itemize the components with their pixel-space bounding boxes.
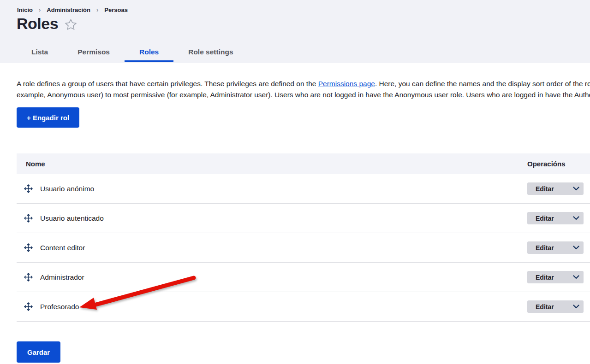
favorite-star-icon[interactable] bbox=[65, 18, 77, 31]
description-line-2: example, Anonymous user) to most permiss… bbox=[17, 89, 590, 100]
edit-dropbutton[interactable]: Editar bbox=[527, 241, 584, 254]
table-row: Profesorado Editar bbox=[17, 292, 590, 322]
breadcrumb-item-persoas[interactable]: Persoas bbox=[104, 6, 128, 13]
edit-dropbutton[interactable]: Editar bbox=[527, 271, 584, 283]
table-row: Usuario autenticado Editar bbox=[17, 204, 590, 233]
breadcrumb-item-administracion[interactable]: Administración bbox=[47, 6, 90, 13]
role-name-cell: Usuario autenticado bbox=[17, 213, 527, 223]
drag-move-icon[interactable] bbox=[23, 243, 33, 253]
description-line-1: A role defines a group of users that hav… bbox=[17, 78, 590, 89]
description-text: . Here, you can define the names and the… bbox=[375, 80, 590, 88]
chevron-down-icon bbox=[573, 246, 579, 250]
roles-table: Nome Operacións Usuario anónimo Editar bbox=[17, 153, 590, 322]
column-header-operacions: Operacións bbox=[527, 160, 590, 168]
tab-role-settings[interactable]: Role settings bbox=[173, 46, 248, 63]
primary-tabs: Lista Permisos Roles Role settings bbox=[17, 46, 248, 63]
drag-move-icon[interactable] bbox=[23, 272, 33, 282]
operations-cell: Editar bbox=[527, 300, 590, 313]
tab-permisos[interactable]: Permisos bbox=[63, 46, 125, 63]
breadcrumb-separator-icon: › bbox=[39, 6, 41, 13]
edit-dropbutton[interactable]: Editar bbox=[527, 300, 584, 313]
chevron-down-icon bbox=[573, 216, 579, 220]
role-name-cell: Profesorado bbox=[17, 302, 527, 312]
title-row: Roles bbox=[0, 15, 590, 32]
edit-label: Editar bbox=[536, 215, 554, 222]
chevron-down-icon bbox=[573, 187, 579, 191]
edit-dropbutton[interactable]: Editar bbox=[527, 182, 584, 195]
breadcrumb-separator-icon: › bbox=[96, 6, 98, 13]
role-name: Profesorado bbox=[40, 303, 79, 311]
tab-roles[interactable]: Roles bbox=[125, 46, 173, 63]
operations-cell: Editar bbox=[527, 271, 590, 283]
breadcrumb: Inicio › Administración › Persoas bbox=[0, 0, 590, 13]
table-row: Content editor Editar bbox=[17, 233, 590, 263]
role-name-cell: Usuario anónimo bbox=[17, 184, 527, 194]
edit-label: Editar bbox=[536, 274, 554, 281]
table-row: Administrador Editar bbox=[17, 263, 590, 292]
page-title: Roles bbox=[17, 15, 58, 32]
operations-cell: Editar bbox=[527, 212, 590, 224]
permissions-page-link[interactable]: Permissions page bbox=[318, 80, 375, 88]
table-header-row: Nome Operacións bbox=[17, 153, 590, 174]
edit-label: Editar bbox=[536, 185, 554, 193]
role-name: Usuario autenticado bbox=[40, 214, 104, 223]
drag-move-icon[interactable] bbox=[23, 302, 33, 312]
breadcrumb-item-inicio[interactable]: Inicio bbox=[17, 6, 33, 13]
drag-move-icon[interactable] bbox=[23, 213, 33, 223]
role-name: Content editor bbox=[40, 244, 85, 252]
chevron-down-icon bbox=[573, 305, 579, 309]
add-role-button[interactable]: + Engadir rol bbox=[17, 107, 79, 128]
operations-cell: Editar bbox=[527, 182, 590, 195]
chevron-down-icon bbox=[573, 275, 579, 279]
edit-label: Editar bbox=[536, 303, 554, 311]
role-name: Usuario anónimo bbox=[40, 185, 94, 193]
role-name-cell: Administrador bbox=[17, 272, 527, 282]
page-header: Inicio › Administración › Persoas Roles … bbox=[0, 0, 590, 63]
edit-label: Editar bbox=[536, 244, 554, 252]
main-content: A role defines a group of users that hav… bbox=[0, 78, 590, 363]
edit-dropbutton[interactable]: Editar bbox=[527, 212, 584, 224]
table-row: Usuario anónimo Editar bbox=[17, 174, 590, 204]
description-text: A role defines a group of users that hav… bbox=[17, 80, 318, 88]
role-name-cell: Content editor bbox=[17, 243, 527, 253]
drag-move-icon[interactable] bbox=[23, 184, 33, 194]
operations-cell: Editar bbox=[527, 241, 590, 254]
save-button[interactable]: Gardar bbox=[17, 341, 60, 363]
column-header-nome: Nome bbox=[17, 160, 527, 168]
tab-lista[interactable]: Lista bbox=[17, 46, 63, 63]
roles-description: A role defines a group of users that hav… bbox=[17, 78, 590, 100]
table-body: Usuario anónimo Editar bbox=[17, 174, 590, 322]
role-name: Administrador bbox=[40, 273, 84, 282]
